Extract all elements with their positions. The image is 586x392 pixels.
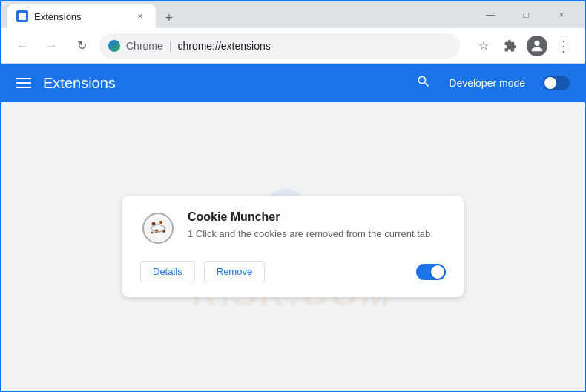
extension-enabled-toggle[interactable] (416, 264, 446, 280)
extension-name: Cookie Muncher (188, 210, 446, 224)
developer-mode-toggle[interactable] (543, 76, 570, 90)
developer-mode-label: Developer mode (449, 77, 525, 89)
extension-card-top: Cookie Muncher 1 Click and the cookies a… (140, 210, 446, 246)
svg-rect-2 (19, 16, 22, 20)
svg-point-6 (159, 221, 162, 224)
maximize-button[interactable]: □ (509, 1, 543, 28)
extension-info: Cookie Muncher 1 Click and the cookies a… (188, 210, 446, 242)
url-favicon (108, 40, 120, 52)
details-button[interactable]: Details (140, 261, 195, 282)
close-button[interactable]: × (544, 1, 579, 28)
svg-rect-3 (22, 16, 26, 20)
tab-label: Extensions (34, 11, 82, 22)
tab-bar: Extensions × + (7, 1, 470, 28)
title-bar: Extensions × + — □ × (1, 1, 585, 28)
more-button[interactable]: ⋮ (552, 34, 576, 58)
back-button[interactable]: ← (10, 34, 34, 58)
extensions-content: RISK.COM Cookie Muncher 1 Click and the … (1, 102, 585, 391)
menu-button[interactable] (16, 78, 31, 88)
url-brand: Chrome (126, 40, 163, 52)
svg-point-9 (151, 232, 154, 234)
search-icon[interactable] (416, 74, 431, 93)
url-bar[interactable]: Chrome | chrome://extensions (99, 33, 460, 59)
svg-rect-0 (19, 13, 22, 16)
profile-button[interactable] (525, 34, 549, 58)
remove-button[interactable]: Remove (204, 261, 265, 282)
extension-card: Cookie Muncher 1 Click and the cookies a… (122, 196, 464, 297)
extensions-header: Extensions Developer mode (1, 64, 585, 102)
window-controls: — □ × (473, 1, 579, 28)
tab-close-button[interactable]: × (134, 10, 147, 23)
url-separator: | (169, 40, 172, 52)
extension-logo (140, 210, 176, 246)
profile-avatar (527, 36, 547, 56)
active-tab[interactable]: Extensions × (7, 4, 156, 28)
address-bar: ← → ↻ Chrome | chrome://extensions ☆ ⋮ (1, 28, 585, 64)
refresh-button[interactable]: ↻ (70, 34, 93, 58)
extension-card-bottom: Details Remove (140, 261, 446, 282)
new-tab-button[interactable]: + (159, 7, 180, 28)
extensions-icon[interactable] (498, 34, 522, 58)
toolbar-icons: ☆ ⋮ (472, 34, 576, 58)
page-title: Extensions (43, 75, 404, 92)
minimize-button[interactable]: — (473, 1, 507, 28)
bookmark-icon[interactable]: ☆ (472, 34, 496, 58)
extension-toggle-area (416, 264, 446, 280)
svg-rect-1 (22, 13, 26, 16)
forward-button[interactable]: → (40, 34, 64, 58)
extension-description: 1 Click and the cookies are removed from… (188, 227, 446, 242)
tab-favicon (16, 10, 28, 22)
url-text: chrome://extensions (177, 40, 270, 52)
svg-point-4 (143, 213, 173, 243)
